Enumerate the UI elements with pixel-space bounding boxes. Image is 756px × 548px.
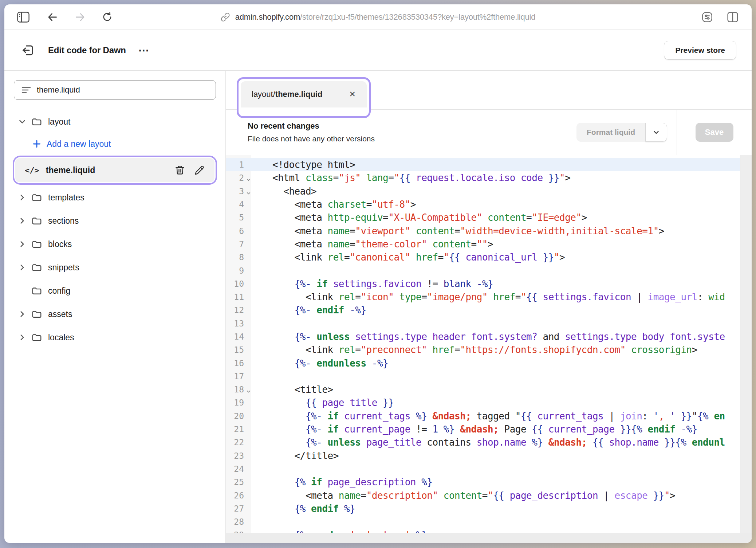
code-line-7[interactable]: 7 <meta name="theme-color" content=""> [226, 238, 752, 251]
sidebar-folder-assets[interactable]: assets [14, 302, 216, 326]
format-liquid-split-button: Format liquid [576, 123, 667, 142]
code-line-14[interactable]: 14 {%- unless settings.type_header_font.… [226, 330, 752, 343]
code-line-9[interactable]: 9 [226, 264, 752, 277]
forward-icon[interactable] [72, 9, 88, 25]
code-line-4[interactable]: 4 <meta charset="utf-8"> [226, 198, 752, 211]
plus-icon [32, 139, 42, 149]
code-line-24[interactable]: 24 [226, 462, 752, 475]
folder-icon [31, 332, 42, 343]
code-text: {%- unless page_title contains shop.name… [251, 437, 725, 448]
folder-label: blocks [48, 239, 72, 249]
sidebar-folder-layout[interactable]: layout [14, 110, 216, 133]
code-text: <meta name="description" content="{{ pag… [251, 490, 675, 501]
code-line-6[interactable]: 6 <meta name="viewport" content="width=d… [226, 224, 752, 237]
code-line-10[interactable]: 10 {%- if settings.favicon != blank -%} [226, 277, 752, 290]
sidebar-folder-locales[interactable]: locales [14, 326, 216, 349]
line-number: 14 [226, 332, 251, 341]
sidebar-folder-templates[interactable]: templates [14, 186, 216, 209]
line-number: 27 [226, 504, 251, 513]
code-line-25[interactable]: 25 {% if page_description %} [226, 475, 752, 489]
chevron-right-icon[interactable] [17, 193, 28, 202]
code-line-23[interactable]: 23 </title> [226, 449, 752, 462]
code-line-8[interactable]: 8 <link rel="canonical" href="{{ canonic… [226, 251, 752, 264]
search-input[interactable] [37, 85, 208, 95]
version-title: No recent changes [248, 121, 576, 131]
code-line-15[interactable]: 15 <link rel="preconnect" href="https://… [226, 343, 752, 356]
tab-layout-theme-liquid[interactable]: layout/theme.liquid ✕ [241, 81, 367, 107]
sidebar-folder-config[interactable]: config [14, 279, 216, 302]
sidebar-folder-sections[interactable]: sections [14, 209, 216, 232]
code-text: </title> [251, 450, 339, 461]
line-number: 12 [226, 305, 251, 315]
code-text: <html class="js" lang="{{ request.locale… [251, 172, 570, 183]
browser-settings-icon[interactable] [699, 9, 715, 25]
back-icon[interactable] [44, 9, 60, 25]
code-text: <link rel="canonical" href="{{ canonical… [251, 252, 565, 263]
fold-chevron-icon[interactable] [246, 177, 251, 183]
chevron-down-icon[interactable] [17, 117, 28, 126]
fold-chevron-icon[interactable] [246, 191, 251, 196]
reload-icon[interactable] [99, 9, 115, 25]
address-bar[interactable]: admin.shopify.com/store/rzq1xu-f5/themes… [221, 4, 536, 30]
code-line-1[interactable]: 1<!doctype html> [226, 158, 752, 171]
code-line-28[interactable]: 28 [226, 515, 752, 528]
code-text: <head> [251, 186, 316, 197]
chevron-right-icon[interactable] [17, 309, 28, 319]
add-layout-label: Add a new layout [47, 139, 111, 149]
format-options-dropdown[interactable] [645, 123, 667, 142]
sidebar-folder-blocks[interactable]: blocks [14, 232, 216, 256]
code-line-18[interactable]: 18 <title> [226, 383, 752, 396]
preview-store-button[interactable]: Preview store [664, 41, 736, 60]
code-line-19[interactable]: 19 {{ page_title }} [226, 396, 752, 409]
delete-file-icon[interactable] [174, 165, 185, 176]
line-number: 4 [226, 200, 251, 209]
code-line-21[interactable]: 21 {%- if current_page != 1 %} &ndash; P… [226, 423, 752, 436]
code-line-17[interactable]: 17 [226, 370, 752, 383]
line-number: 9 [226, 266, 251, 275]
code-line-5[interactable]: 5 <meta http-equiv="X-UA-Compatible" con… [226, 211, 752, 224]
close-tab-icon[interactable]: ✕ [348, 88, 357, 101]
editor-scrollbar[interactable] [740, 155, 752, 533]
file-tree-sidebar: layoutAdd a new layout</>theme.liquidtem… [4, 71, 226, 543]
code-line-22[interactable]: 22 {%- unless page_title contains shop.n… [226, 436, 752, 449]
line-number: 1 [226, 160, 251, 169]
code-text: <meta charset="utf-8"> [251, 199, 416, 210]
add-new-layout-button[interactable]: Add a new layout [14, 133, 216, 154]
sidebar-toggle-icon[interactable] [15, 9, 31, 25]
file-search[interactable] [14, 80, 216, 100]
code-line-20[interactable]: 20 {%- if current_tags %} &ndash; tagged… [226, 410, 752, 423]
split-view-icon[interactable] [725, 9, 741, 25]
chevron-right-icon[interactable] [17, 239, 28, 249]
code-text: <meta name="theme-color" content=""> [251, 239, 493, 250]
line-number: 24 [226, 464, 251, 474]
code-line-16[interactable]: 16 {%- endunless -%} [226, 356, 752, 369]
code-line-11[interactable]: 11 <link rel="icon" type="image/png" hre… [226, 290, 752, 304]
fold-chevron-icon[interactable] [246, 389, 251, 394]
exit-editor-icon[interactable] [20, 42, 36, 59]
code-line-2[interactable]: 2<html class="js" lang="{{ request.local… [226, 171, 752, 184]
format-liquid-button[interactable]: Format liquid [576, 123, 645, 142]
folder-icon [31, 192, 42, 203]
overflow-menu-icon[interactable]: ⋯ [138, 47, 150, 54]
chevron-right-icon[interactable] [17, 216, 28, 226]
code-line-26[interactable]: 26 <meta name="description" content="{{ … [226, 489, 752, 502]
sidebar-folder-snippets[interactable]: snippets [14, 256, 216, 279]
tab-label: layout/theme.liquid [252, 90, 322, 99]
chevron-right-icon[interactable] [17, 333, 28, 342]
code-line-29[interactable]: 29 {% render 'meta-tags' %} [226, 528, 752, 533]
version-info: No recent changes File does not have any… [248, 121, 576, 143]
code-line-12[interactable]: 12 {%- endif -%} [226, 304, 752, 317]
code-line-27[interactable]: 27 {% endif %} [226, 502, 752, 515]
chevron-right-icon[interactable] [17, 263, 28, 272]
save-button[interactable]: Save [696, 123, 733, 142]
code-line-13[interactable]: 13 [226, 317, 752, 330]
code-text: {%- endif -%} [251, 305, 366, 316]
line-number: 5 [226, 213, 251, 222]
rename-file-icon[interactable] [194, 165, 205, 176]
folder-icon [31, 285, 42, 296]
sidebar-file-theme-liquid[interactable]: </>theme.liquid [15, 158, 214, 182]
code-line-3[interactable]: 3 <head> [226, 185, 752, 198]
code-editor[interactable]: 1<!doctype html>2<html class="js" lang="… [226, 155, 752, 533]
line-number: 19 [226, 398, 251, 407]
line-number: 29 [226, 530, 251, 533]
